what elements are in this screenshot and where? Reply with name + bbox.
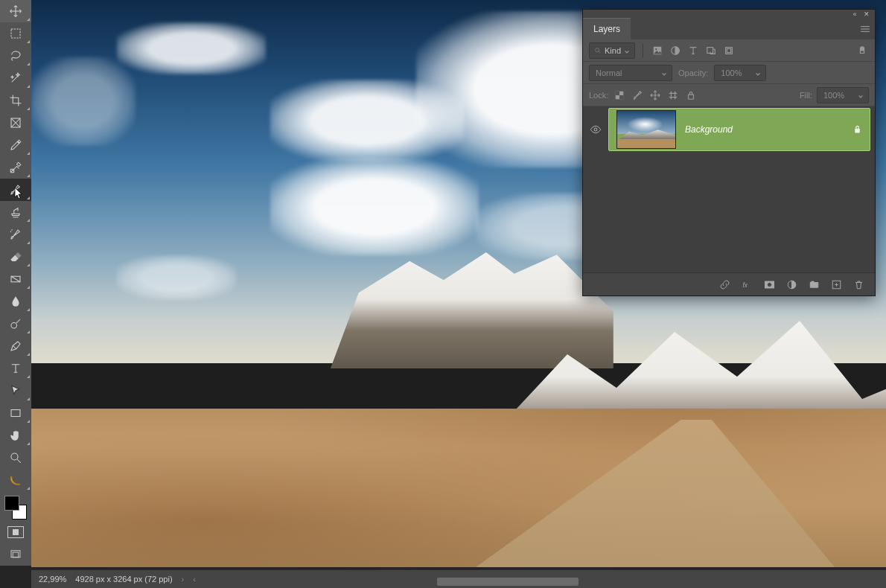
rectangle-shape-tool[interactable]	[0, 402, 31, 424]
svg-rect-15	[727, 48, 730, 52]
panel-close-button[interactable]: ✕	[863, 10, 870, 18]
panel-tabbar: Layers	[583, 19, 875, 39]
layer-name-label[interactable]: Background	[685, 124, 733, 135]
lock-fill-row: Lock: Fill: 100%	[583, 84, 875, 106]
fill-dropdown[interactable]: 100%	[817, 87, 869, 103]
horizontal-scrollbar[interactable]	[31, 577, 877, 587]
mouse-cursor	[13, 187, 24, 200]
filter-type-icon[interactable]	[686, 44, 700, 57]
opacity-dropdown[interactable]: 100%	[714, 65, 766, 81]
svg-point-6	[11, 453, 18, 460]
clone-stamp-tool[interactable]	[0, 201, 31, 223]
lock-artboard-icon[interactable]	[666, 89, 680, 102]
panel-collapse-button[interactable]: «	[851, 10, 858, 18]
filter-toggle-switch[interactable]	[855, 44, 869, 57]
healing-brush-tool[interactable]	[0, 156, 31, 179]
svg-rect-18	[616, 91, 619, 95]
lock-image-icon[interactable]	[631, 89, 644, 102]
delete-layer-button[interactable]	[852, 278, 864, 290]
svg-point-9	[596, 48, 599, 51]
svg-point-11	[655, 48, 657, 50]
type-tool[interactable]	[0, 357, 31, 380]
layer-row[interactable]: Background	[583, 106, 875, 153]
history-brush-tool[interactable]	[0, 223, 31, 246]
foreground-color-swatch[interactable]	[4, 496, 19, 511]
blend-opacity-row: Normal Opacity: 100%	[583, 62, 875, 84]
panel-menu-button[interactable]	[855, 19, 875, 39]
layer-stack: Background	[583, 106, 875, 272]
new-layer-button[interactable]	[830, 278, 842, 290]
pen-tool[interactable]	[0, 335, 31, 357]
quick-mask-toggle[interactable]	[0, 521, 31, 543]
opacity-label: Opacity:	[678, 68, 708, 77]
hand-tool[interactable]	[0, 424, 31, 447]
blur-tool[interactable]	[0, 290, 31, 313]
gradient-tool[interactable]	[0, 268, 31, 290]
svg-point-4	[11, 323, 17, 329]
layer-fx-button[interactable]: fx	[741, 278, 753, 290]
svg-text:fx: fx	[742, 281, 748, 288]
path-selection-tool[interactable]	[0, 380, 31, 402]
banana-tool[interactable]	[0, 469, 31, 491]
lock-all-icon[interactable]	[684, 89, 698, 102]
tool-strip	[0, 0, 31, 566]
frame-tool[interactable]	[0, 112, 31, 134]
fill-value: 100%	[823, 91, 844, 100]
blend-mode-dropdown[interactable]: Normal	[589, 65, 672, 81]
layer-group-button[interactable]	[808, 278, 820, 290]
filter-shape-icon[interactable]	[704, 44, 718, 57]
svg-rect-20	[689, 95, 694, 99]
adjustment-layer-button[interactable]	[785, 278, 797, 290]
color-swatches[interactable]	[0, 494, 31, 521]
layers-panel-footer: fx	[583, 272, 875, 295]
filter-pixel-icon[interactable]	[651, 44, 664, 57]
opacity-value: 100%	[721, 68, 742, 77]
blend-mode-value: Normal	[596, 68, 622, 77]
move-tool[interactable]	[0, 0, 31, 22]
filter-kind-label: Kind	[605, 46, 621, 55]
svg-point-21	[594, 128, 597, 131]
svg-rect-0	[11, 29, 20, 38]
layer-filter-row: Kind	[583, 39, 875, 62]
fill-label: Fill:	[800, 91, 812, 100]
filter-smartobject-icon[interactable]	[722, 44, 736, 57]
layer-filter-kind[interactable]: Kind	[589, 42, 635, 59]
svg-point-25	[767, 282, 771, 287]
svg-rect-8	[13, 552, 19, 557]
lock-position-icon[interactable]	[648, 89, 662, 102]
svg-rect-22	[855, 128, 860, 132]
dodge-tool[interactable]	[0, 313, 31, 335]
layer-thumbnail[interactable]	[616, 110, 676, 149]
zoom-tool[interactable]	[0, 447, 31, 469]
eraser-tool[interactable]	[0, 246, 31, 268]
app-root: « ✕ Layers Kind Normal	[0, 0, 886, 588]
layers-panel: « ✕ Layers Kind Normal	[582, 9, 876, 296]
svg-rect-5	[11, 410, 20, 417]
crop-tool[interactable]	[0, 89, 31, 112]
layer-visibility-toggle[interactable]	[583, 106, 608, 153]
layer-mask-button[interactable]	[763, 278, 775, 290]
magic-wand-tool[interactable]	[0, 67, 31, 89]
svg-point-16	[860, 46, 864, 50]
horizontal-scroll-thumb[interactable]	[437, 578, 579, 586]
link-layers-button[interactable]	[718, 278, 730, 290]
marquee-tool[interactable]	[0, 22, 31, 45]
svg-rect-19	[619, 95, 623, 99]
filter-adjustment-icon[interactable]	[669, 44, 682, 57]
lock-transparency-icon[interactable]	[613, 89, 626, 102]
screen-mode-button[interactable]	[0, 543, 31, 566]
lasso-tool[interactable]	[0, 45, 31, 67]
layer-lock-icon[interactable]	[852, 124, 862, 135]
eyedropper-tool[interactable]	[0, 134, 31, 156]
tab-layers[interactable]: Layers	[583, 18, 631, 39]
lock-label: Lock:	[589, 91, 608, 100]
